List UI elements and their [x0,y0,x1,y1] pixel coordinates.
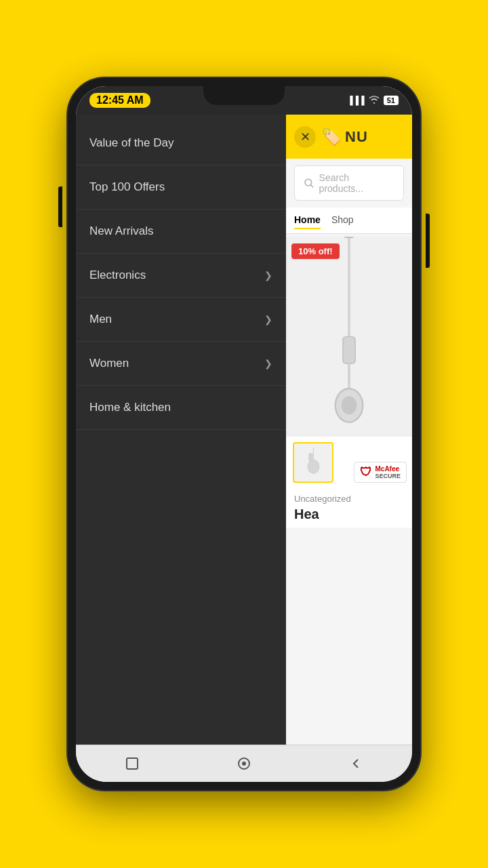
screen-content: Value of the Day Top 100 Offers New Arri… [76,115,412,745]
sidebar-item-home-kitchen[interactable]: Home & kitchen [76,386,286,430]
thumbnail-item[interactable] [293,442,333,483]
mcafee-shield-icon: 🛡 [360,465,372,479]
tab-home[interactable]: Home [294,212,321,229]
product-image [286,237,412,437]
sidebar-item-women[interactable]: Women ❯ [76,342,286,386]
tab-shop[interactable]: Shop [331,212,354,229]
logo-tag-icon: 🏷️ [321,127,342,146]
svg-point-6 [342,396,357,414]
product-title: Hea [294,507,404,522]
mcafee-text: McAfee SECURE [375,465,401,479]
android-home-button[interactable] [232,751,256,776]
sidebar-item-value-of-the-day[interactable]: Value of the Day [76,121,286,165]
chevron-down-icon: ❯ [264,358,272,369]
status-time: 12:45 AM [89,93,150,108]
phone-frame: 12:45 AM ▐▐▐ 51 Value of the Day [68,78,420,790]
bottom-nav [76,745,412,782]
svg-rect-11 [127,758,138,769]
search-placeholder: Search products... [319,172,394,194]
sidebar-item-men[interactable]: Men ❯ [76,298,286,342]
nav-tabs: Home Shop [286,208,412,234]
shop-panel: ✕ 🏷️ NU Search products... Ho [286,115,412,745]
svg-point-13 [242,762,246,766]
sidebar-item-new-arrivals[interactable]: New Arrivals [76,210,286,254]
thumbnail-image [298,448,329,478]
android-back-button[interactable] [344,751,368,776]
volume-button [58,186,62,227]
signal-icon: ▐▐▐ [347,96,365,105]
wifi-icon [369,96,380,106]
product-info: Uncategorized Hea [286,488,412,528]
battery-icon: 51 [384,96,399,105]
chevron-down-icon: ❯ [264,314,272,325]
svg-rect-3 [343,337,355,363]
sidebar-item-top-100-offers[interactable]: Top 100 Offers [76,165,286,210]
sidebar-item-electronics[interactable]: Electronics ❯ [76,254,286,298]
search-bar[interactable]: Search products... [294,165,404,201]
status-icons: ▐▐▐ 51 [347,96,399,106]
phone-screen: 12:45 AM ▐▐▐ 51 Value of the Day [76,86,412,782]
chevron-down-icon: ❯ [264,270,272,281]
security-badge: 🛡 McAfee SECURE [354,462,407,483]
power-button [426,214,430,268]
svg-line-1 [311,185,313,187]
sidebar-menu: Value of the Day Top 100 Offers New Arri… [76,115,286,745]
svg-rect-7 [344,237,354,237]
shop-header: ✕ 🏷️ NU [286,115,412,159]
product-area: 10% off! [286,237,412,488]
logo-area: 🏷️ NU [321,127,368,146]
notch [203,86,285,105]
discount-badge: 10% off! [291,243,340,259]
search-icon [304,178,314,188]
android-square-button[interactable] [120,751,144,776]
svg-point-8 [308,460,319,473]
logo-text: NU [345,128,368,146]
svg-rect-10 [308,453,312,460]
product-image-svg [319,237,380,437]
close-button[interactable]: ✕ [294,126,316,148]
product-category: Uncategorized [294,494,404,504]
